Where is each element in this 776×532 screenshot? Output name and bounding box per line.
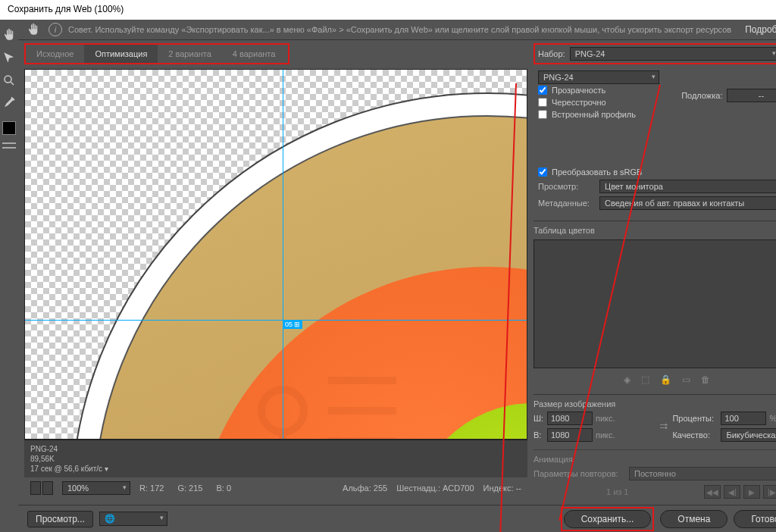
footer-buttons: Просмотр... 🌐 Сохранить... Отмена Готово	[18, 505, 776, 532]
trash-icon[interactable]: 🗑	[701, 374, 710, 385]
tab-optimized[interactable]: Оптимизация	[84, 45, 158, 63]
slice-select-tool-icon[interactable]	[0, 49, 18, 67]
tab-2up[interactable]: 2 варианта	[158, 45, 222, 63]
tip-bar: i Совет. Используйте команду «Экспортиро…	[18, 20, 776, 40]
svg-point-0	[5, 76, 11, 83]
preset-select[interactable]: PNG-24	[570, 47, 776, 61]
matte-select[interactable]: --	[727, 89, 776, 102]
lock-icon[interactable]: 🔒	[660, 374, 671, 385]
srgb-checkbox[interactable]	[538, 167, 547, 177]
image-size-title: Размер изображения	[534, 398, 776, 410]
hand-tool-icon[interactable]	[0, 26, 18, 44]
preview-button[interactable]: Просмотр...	[27, 511, 93, 527]
loop-select[interactable]: Постоянно	[629, 467, 776, 480]
format-select[interactable]: PNG-24	[538, 70, 659, 84]
zoom-grid-icon[interactable]	[42, 481, 53, 495]
window-title: Сохранить для Web (100%)	[0, 0, 776, 20]
preview-select[interactable]: Цвет монитора	[599, 180, 776, 193]
save-button[interactable]: Сохранить...	[564, 510, 652, 528]
preview-canvas[interactable]: ADad 05⊞	[24, 69, 527, 440]
width-input[interactable]	[547, 412, 593, 425]
status-bar: 100% R: 172 G: 215 B: 0 Альфа: 255 Шестн…	[24, 477, 527, 499]
percent-input[interactable]	[721, 412, 766, 425]
shift-icon[interactable]: ⬚	[641, 374, 649, 385]
tip-text: Совет. Используйте команду «Экспортирова…	[68, 25, 731, 34]
prev-frame-icon[interactable]: ◀|	[724, 485, 740, 499]
height-input[interactable]	[547, 428, 593, 442]
view-tabs: Исходное Оптимизация 2 варианта 4 вариан…	[24, 43, 289, 64]
more-link[interactable]: Подробнее	[737, 24, 776, 35]
link-icon[interactable]: ⮆	[657, 422, 669, 431]
color-table	[534, 239, 776, 368]
tab-4up[interactable]: 4 варианта	[222, 45, 286, 63]
zoom-grid-icon[interactable]	[30, 481, 41, 495]
metadata-select[interactable]: Сведения об авт. правах и контакты	[599, 196, 776, 210]
done-button[interactable]: Готово	[734, 510, 776, 528]
embed-profile-checkbox[interactable]	[538, 110, 547, 119]
preview-info: PNG-24 89,56K 17 сек @ 56,6 кбит/с ▾	[24, 440, 527, 477]
quality-select[interactable]: Бикубическая	[721, 428, 776, 442]
transparency-checkbox[interactable]	[538, 86, 547, 95]
matte-label: Подложка:	[681, 91, 722, 100]
svg-point-1	[261, 390, 304, 432]
tab-original[interactable]: Исходное	[26, 45, 84, 63]
browser-select[interactable]: 🌐	[99, 512, 167, 526]
color-table-title: Таблица цветов	[534, 224, 595, 236]
zoom-tool-icon[interactable]	[0, 71, 18, 89]
hand-icon	[24, 20, 42, 39]
animation-title: Анимация	[534, 453, 776, 465]
info-icon: i	[48, 23, 62, 36]
toggle-slices-icon[interactable]	[2, 142, 16, 149]
new-icon[interactable]: ▭	[682, 374, 690, 385]
frame-info: 1 из 1	[534, 487, 701, 496]
left-toolbar	[0, 20, 18, 532]
foreground-color-swatch[interactable]	[2, 121, 16, 135]
preset-label: Набор:	[538, 49, 565, 58]
first-frame-icon[interactable]: ◀◀	[704, 485, 721, 499]
play-icon[interactable]: ▶	[743, 485, 760, 499]
zoom-select[interactable]: 100%	[62, 481, 130, 495]
interlaced-checkbox[interactable]	[538, 98, 547, 107]
cancel-button[interactable]: Отмена	[660, 510, 728, 528]
next-frame-icon[interactable]: |▶	[763, 485, 776, 499]
map-icon[interactable]: ◈	[624, 374, 630, 385]
eyedropper-tool-icon[interactable]	[0, 94, 18, 112]
